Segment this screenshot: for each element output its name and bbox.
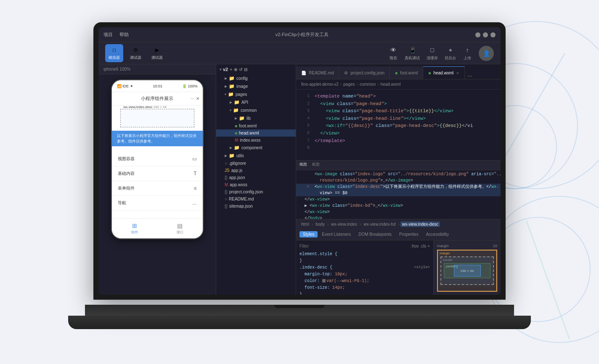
preview-action[interactable]: 👁 预览 <box>389 45 398 61</box>
file-app-js[interactable]: JS app.js <box>216 167 296 174</box>
test-button[interactable]: ▶ 测试器 <box>148 44 166 62</box>
element-wx-view-hd[interactable]: wx-view.index-hd <box>362 222 397 227</box>
html-line-4: view> == $0 <box>296 190 501 196</box>
tab-accessibility[interactable]: Accessibility <box>423 231 452 237</box>
upload-icon: ↑ <box>463 45 472 55</box>
add-folder-icon[interactable]: ⊕ <box>234 67 237 72</box>
list-item-form[interactable]: 表单组件 ≡ <box>112 181 203 196</box>
file-utils[interactable]: ▶ 📁 utils <box>216 152 296 160</box>
clear-cache-action[interactable]: □ 清缓存 <box>427 45 438 61</box>
box-model: margin 10 margin border padding <box>433 240 501 295</box>
file-project-config[interactable]: {} project.config.json <box>216 188 296 195</box>
styles-filter-input[interactable] <box>300 244 409 248</box>
debug-button[interactable]: ⚙ 调试器 <box>127 44 145 62</box>
tab-project-config[interactable]: ⚙ project.config.json <box>339 66 390 79</box>
refresh-icon[interactable]: ↺ <box>239 67 242 72</box>
devtools-panel-tabs: Styles Event Listeners DOM Breakpoints P… <box>296 229 501 240</box>
list-item-nav[interactable]: 导航 ... <box>112 196 203 211</box>
avatar-button[interactable]: 👤 <box>479 46 494 61</box>
devtools-panel: 概图 机型 <wx-image class="index-logo" src="… <box>296 160 501 295</box>
window-maximize[interactable] <box>483 32 488 37</box>
tab-label-readme: README.md <box>309 71 334 75</box>
file-label-config: config <box>236 76 248 81</box>
file-app-wxss[interactable]: M app.wxss <box>216 181 296 188</box>
tab-readme[interactable]: 📄 README.md <box>296 66 339 79</box>
file-head-wxml[interactable]: ■ head.wxml <box>216 129 296 137</box>
mobile-nav-components[interactable]: ⊞ 组件 <box>112 222 157 235</box>
file-gitignore[interactable]: ○ .gitignore <box>216 160 296 167</box>
element-wx-view-index[interactable]: wx-view.index <box>329 222 359 227</box>
tab-head-wxml[interactable]: ■ head.wxml ✕ <box>423 66 465 79</box>
titlebar-title: v2-FinClip小程序开发工具 <box>129 32 475 38</box>
devtools-tab-info[interactable]: 机型 <box>312 162 320 168</box>
element-body[interactable]: body <box>314 222 326 227</box>
list-label-3: 导航 <box>118 200 126 206</box>
tab-dom-breakpoints[interactable]: DOM Breakpoints <box>355 231 395 237</box>
tab-properties[interactable]: Properties <box>396 231 422 237</box>
file-foot-wxml[interactable]: ■ foot.wxml <box>216 122 296 129</box>
menu-project[interactable]: 项目 <box>103 32 113 38</box>
rule-selector-desc: .index-desc { <box>300 265 332 270</box>
file-config[interactable]: ▶ 📁 config <box>216 74 296 82</box>
tab-event-listeners[interactable]: Event Listeners <box>318 231 354 237</box>
mobile-bottom-nav: ⊞ 组件 ▤ 接口 <box>112 218 203 238</box>
list-item-basic-content[interactable]: 基础内容 T <box>112 166 203 181</box>
mobile-app-actions: ··· ✕ <box>191 96 199 101</box>
tab-foot-wxml[interactable]: ■ foot.wxml <box>390 66 423 79</box>
box-model-border: border padding 240 × 44 <box>440 256 494 285</box>
file-index-wxss[interactable]: M index.wxss <box>216 137 296 144</box>
html-line-8: </body> <box>296 215 501 220</box>
html-line-content-7: </wx-view> <box>300 209 330 215</box>
preview-icon: 👁 <box>389 45 398 55</box>
add-file-icon[interactable]: + <box>230 67 232 72</box>
file-common[interactable]: ▾ 📁 common <box>216 106 296 114</box>
tab-close-head[interactable]: ✕ <box>456 71 459 75</box>
mobile-highlight-size: 240 × 44 <box>154 106 167 109</box>
menu-help[interactable]: 帮助 <box>119 32 129 38</box>
window-minimize[interactable] <box>475 32 480 37</box>
cut-backend-icon: ⌖ <box>446 45 455 55</box>
element-html[interactable]: html <box>300 222 311 227</box>
upload-action[interactable]: ↑ 上传 <box>463 45 472 61</box>
laptop-screen-bezel: 项目 帮助 v2-FinClip小程序开发工具 □ 模拟器 <box>93 22 506 300</box>
file-label-sitemap: sitemap.json <box>229 204 253 208</box>
window-close[interactable] <box>490 32 496 37</box>
file-label-lib: lib <box>246 116 251 121</box>
file-app-json[interactable]: {} app.json <box>216 174 296 181</box>
breadcrumb-common: common <box>360 82 376 87</box>
toolbar: □ 模拟器 ⚙ 调试器 ▶ 测试器 👁 预览 <box>98 42 501 64</box>
mobile-menu-dots[interactable]: ··· <box>191 96 194 101</box>
simulate-button[interactable]: □ 模拟器 <box>105 44 123 62</box>
mobile-nav-api[interactable]: ▤ 接口 <box>157 222 203 235</box>
file-sitemap[interactable]: {} sitemap.json <box>216 203 296 210</box>
mobile-highlight-box: wx-view.index-desc 240 × 44 <box>120 109 194 127</box>
cut-backend-action[interactable]: ⌖ 切后台 <box>445 45 456 61</box>
gitignore-icon: ○ <box>225 161 227 166</box>
tab-overflow[interactable]: ··· <box>465 72 475 79</box>
list-icon-3: ... <box>192 200 196 206</box>
list-item-view-container[interactable]: 视图容器 ▭ <box>112 152 203 166</box>
file-label-readme: README.md <box>229 197 254 201</box>
html-line-content-3: <wx-view class="index-desc">以下将展示小程序官方组件… <box>315 184 499 190</box>
wxss-icon-index: M <box>235 138 238 142</box>
file-component[interactable]: ▶ 📁 component <box>216 144 296 152</box>
debug-label: 调试器 <box>130 55 141 61</box>
collapse-icon[interactable]: ⊟ <box>244 67 247 72</box>
folder-icon-pages: 📁 <box>228 92 234 97</box>
tab-styles[interactable]: Styles <box>300 231 318 237</box>
mobile-time: 10:01 <box>153 84 162 88</box>
file-api[interactable]: ▶ 📁 API <box>216 98 296 106</box>
file-pages[interactable]: ▾ 📁 pages <box>216 90 296 98</box>
file-image[interactable]: ▶ 📁 image <box>216 82 296 90</box>
file-readme[interactable]: ○ README.md <box>216 195 296 203</box>
mobile-close-btn[interactable]: ✕ <box>196 96 199 101</box>
devtools-tab-elements[interactable]: 概图 <box>300 162 307 168</box>
folder-icon-config: 📁 <box>229 76 235 81</box>
element-wx-view-desc[interactable]: wx-view.index-desc <box>400 222 440 227</box>
code-line-2: 2 <view class="page-head"> <box>296 100 501 108</box>
file-lib[interactable]: ▶ 📁 lib <box>216 114 296 122</box>
toolbar-left: □ 模拟器 ⚙ 调试器 ▶ 测试器 <box>105 44 166 62</box>
styles-rule-element: element.style { } <box>300 251 430 264</box>
real-machine-action[interactable]: 📱 真机调试 <box>405 45 420 61</box>
folder-icon-utils: 📁 <box>229 153 235 158</box>
